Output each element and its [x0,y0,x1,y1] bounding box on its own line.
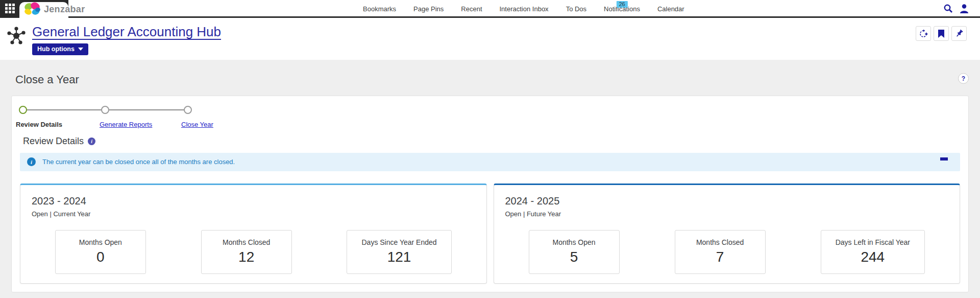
question-mark-icon: ? [962,75,965,82]
fiscal-year-card-future: 2024 - 2025 Open | Future Year Months Op… [494,184,961,284]
main-menu: Bookmarks Page Pins Recent Interaction I… [354,0,693,16]
stat-days-left-in-fiscal-year: Days Left in Fiscal Year 244 [821,230,925,274]
help-button[interactable]: ? [958,73,969,84]
info-icon[interactable]: i [88,137,95,145]
hub-network-icon [6,25,27,47]
fiscal-year-cards: 2023 - 2024 Open | Current Year Months O… [20,184,960,284]
close-a-year-page: Close a Year ? Review Details Generate R… [0,60,980,298]
step-label-close-year: Close Year [181,121,213,128]
share-page-button[interactable] [916,26,931,41]
circle-arrow-plus-icon [919,29,928,38]
fiscal-year-card-current: 2023 - 2024 Open | Current Year Months O… [20,184,487,284]
apps-grid-icon [5,4,15,13]
card-year-status: Open | Future Year [505,210,953,218]
jenzabar-logo[interactable]: Jenzabar [23,1,85,18]
logo-wordmark: Jenzabar [44,4,85,15]
alert-info-icon: i [27,157,36,166]
stat-months-closed: Months Closed 7 [675,230,766,274]
hub-options-button[interactable]: Hub options [32,43,88,55]
menu-item-interaction-inbox[interactable]: Interaction Inbox [491,0,557,16]
stat-months-closed: Months Closed 12 [201,230,292,274]
hub-header: General Ledger Accounting Hub Hub option… [0,18,980,60]
hub-action-buttons [916,26,967,41]
info-alert: i The current year can be closed once al… [20,153,960,171]
notifications-count-badge: 26 [616,1,627,8]
bookmark-icon [938,30,945,38]
alert-message: The current year can be closed once all … [42,158,235,166]
stat-months-open: Months Open 5 [529,230,620,274]
menu-item-recent[interactable]: Recent [452,0,491,16]
menu-item-page-pins[interactable]: Page Pins [405,0,452,16]
step-circle-close-year[interactable] [184,106,192,114]
search-icon[interactable] [943,4,953,13]
butterfly-logo-icon [23,2,41,17]
page-title-link[interactable]: General Ledger Accounting Hub [32,24,221,40]
step-circle-generate-reports[interactable] [101,106,109,114]
menu-item-calendar[interactable]: Calendar [649,0,693,16]
pushpin-icon [955,29,964,38]
top-navbar: Jenzabar Bookmarks Page Pins Recent Inte… [0,0,980,18]
step-circle-review-details[interactable] [19,106,27,114]
card-stats-row: Months Open 5 Months Closed 7 Days Left … [501,230,953,274]
stat-days-since-year-ended: Days Since Year Ended 121 [347,230,451,274]
chevron-down-icon [78,48,83,51]
card-stats-row: Months Open 0 Months Closed 12 Days Sinc… [28,230,479,274]
app-launcher-button[interactable] [0,0,19,16]
menu-item-to-dos[interactable]: To Dos [557,0,595,16]
pin-page-button[interactable] [951,26,967,41]
review-details-section-header: Review Details i [23,136,960,147]
menu-item-bookmarks[interactable]: Bookmarks [354,0,405,16]
section-title: Review Details [23,136,84,147]
card-year-title: 2023 - 2024 [32,195,479,207]
card-year-status: Open | Current Year [32,210,479,218]
step-label-review-details: Review Details [16,121,62,128]
stat-months-open: Months Open 0 [55,230,146,274]
card-year-title: 2024 - 2025 [505,195,953,207]
step-label-generate-reports: Generate Reports [100,121,152,128]
close-year-panel: Review Details Generate Reports Close Ye… [11,96,969,292]
collapse-section-icon[interactable] [940,157,948,161]
page-section-title: Close a Year [15,73,79,86]
stepper-connector [23,109,106,110]
stepper-connector [106,109,188,110]
menu-item-notifications[interactable]: 26 Notifications [595,0,649,16]
navbar-right-icons [943,0,969,16]
bookmark-page-button[interactable] [934,26,949,41]
wizard-stepper: Review Details Generate Reports Close Ye… [19,104,960,133]
user-profile-icon[interactable] [960,4,969,13]
